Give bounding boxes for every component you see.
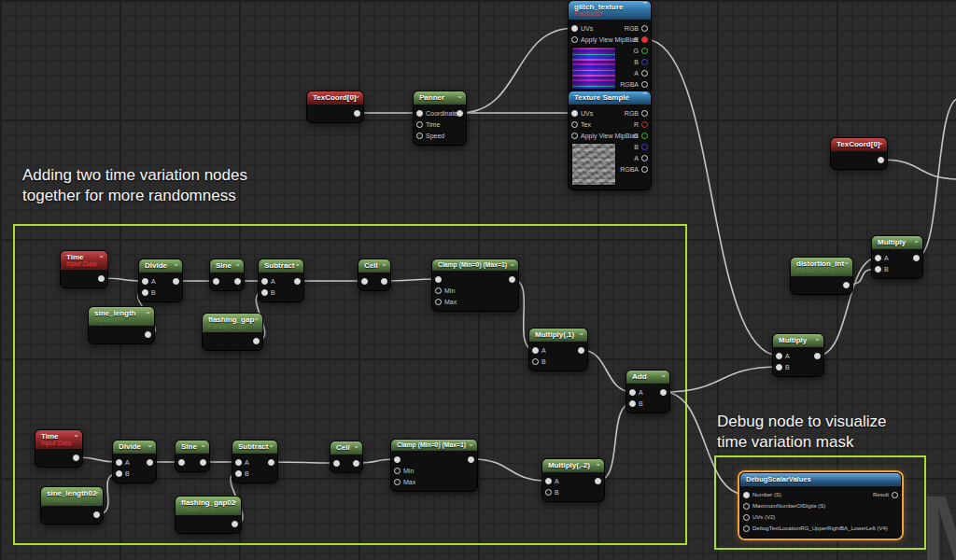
input-pin[interactable] xyxy=(571,110,578,117)
output-pin[interactable] xyxy=(878,157,884,163)
node-header[interactable]: Texture Sample⌃ xyxy=(569,91,651,105)
output-pin[interactable] xyxy=(892,492,898,498)
node-sine-1[interactable]: Sine⌄ xyxy=(209,259,245,291)
node-sine-length[interactable]: sine_lengthParam (7)⌄ xyxy=(88,306,155,344)
output-pin[interactable] xyxy=(509,276,515,283)
chevron-down-icon[interactable]: ⌄ xyxy=(353,441,359,450)
chevron-down-icon[interactable]: ⌄ xyxy=(578,329,584,337)
input-pin[interactable] xyxy=(875,266,881,273)
node-header[interactable]: Divide⌄ xyxy=(113,441,156,454)
node-header[interactable]: Multiply⌄ xyxy=(872,236,922,249)
node-multiply-2[interactable]: Multiply(,-2)⌄AB xyxy=(541,458,605,502)
node-debug[interactable]: DebugScalarValuesNumber (S)MaximumNumber… xyxy=(739,472,902,539)
node-clamp-1[interactable]: Clamp (Min=0) (Max=1)⌄MinMax xyxy=(431,259,519,312)
input-pin[interactable] xyxy=(545,478,552,484)
node-header[interactable]: Sine⌄ xyxy=(176,441,209,454)
input-pin[interactable] xyxy=(743,503,750,510)
node-header[interactable]: glitch_textureParam2D⌃ xyxy=(569,1,651,20)
input-pin[interactable] xyxy=(545,489,552,496)
node-sine-2[interactable]: Sine⌄ xyxy=(175,440,210,472)
input-pin[interactable] xyxy=(571,25,578,32)
input-pin[interactable] xyxy=(776,364,782,371)
node-header[interactable]: TexCoord[0]⌄ xyxy=(831,138,887,151)
node-multiply-tr[interactable]: Multiply⌄AB xyxy=(871,235,923,279)
node-texture-sample[interactable]: Texture Sample⌃UVsTexApply View MipBiasR… xyxy=(568,91,652,190)
input-pin[interactable] xyxy=(743,492,750,498)
output-pin[interactable] xyxy=(578,347,584,354)
output-pin[interactable] xyxy=(913,255,920,261)
chevron-down-icon[interactable]: ⌄ xyxy=(98,251,105,259)
chevron-down-icon[interactable]: ⌄ xyxy=(843,258,850,266)
output-pin[interactable] xyxy=(814,353,821,359)
output-pin[interactable] xyxy=(93,511,100,518)
node-subtract-1[interactable]: Subtract⌄AB xyxy=(258,259,304,302)
node-divide-2[interactable]: Divide⌄AB xyxy=(112,440,157,483)
input-pin[interactable] xyxy=(571,36,578,43)
input-pin[interactable] xyxy=(571,121,578,128)
node-header[interactable]: Ceil⌄ xyxy=(330,441,362,455)
output-pin[interactable] xyxy=(353,460,359,467)
node-divide-1[interactable]: Divide⌄AB xyxy=(138,259,183,302)
node-header[interactable]: Subtract⌄ xyxy=(232,441,277,454)
node-flashing-gap[interactable]: flashing_gapParam (0.95)⌄ xyxy=(202,313,263,351)
output-pin[interactable] xyxy=(457,110,463,117)
input-pin[interactable] xyxy=(261,278,268,285)
input-pin[interactable] xyxy=(333,460,340,467)
chevron-down-icon[interactable]: ⌄ xyxy=(595,459,601,468)
node-header[interactable]: sine_length02Param (3.5)⌄ xyxy=(41,487,103,506)
input-pin[interactable] xyxy=(116,470,122,477)
node-header[interactable]: Subtract⌄ xyxy=(259,259,303,273)
chevron-down-icon[interactable]: ⌄ xyxy=(660,371,667,379)
input-pin[interactable] xyxy=(394,456,401,463)
node-header[interactable]: flashing_gapParam (0.95)⌄ xyxy=(203,314,262,332)
chevron-down-icon[interactable]: ⌄ xyxy=(173,259,179,268)
node-header[interactable]: Ceil⌄ xyxy=(358,259,390,273)
input-pin[interactable] xyxy=(532,347,539,354)
output-pin[interactable] xyxy=(843,282,850,288)
chevron-down-icon[interactable]: ⌄ xyxy=(253,314,260,322)
output-pin[interactable] xyxy=(641,110,648,117)
node-clamp-2[interactable]: Clamp (Min=0) (Max=1)⌄MinMax xyxy=(390,439,478,492)
node-header[interactable]: Divide⌄ xyxy=(139,259,182,273)
input-pin[interactable] xyxy=(416,121,423,128)
chevron-down-icon[interactable]: ⌄ xyxy=(814,334,821,343)
node-multiply-1[interactable]: Multiply(,1)⌄AB xyxy=(528,328,588,371)
output-pin[interactable] xyxy=(173,278,179,285)
input-pin[interactable] xyxy=(361,278,368,285)
chevron-down-icon[interactable]: ⌄ xyxy=(145,307,151,315)
chevron-down-icon[interactable]: ⌄ xyxy=(232,497,238,505)
chevron-down-icon[interactable]: ⌄ xyxy=(73,430,79,439)
chevron-down-icon[interactable]: ⌄ xyxy=(234,259,241,268)
node-header[interactable]: TexCoord[0]⌄ xyxy=(307,91,363,105)
input-pin[interactable] xyxy=(213,278,219,285)
input-pin[interactable] xyxy=(394,468,401,474)
chevron-down-icon[interactable]: ⌄ xyxy=(509,259,515,268)
chevron-down-icon[interactable]: ⌄ xyxy=(354,91,360,100)
chevron-down-icon[interactable]: ⌄ xyxy=(200,441,206,449)
node-header[interactable]: flashing_gap02Param (0.3)⌄ xyxy=(176,497,241,515)
material-graph-canvas[interactable]: M Adding two time variation nodes togeth… xyxy=(0,0,956,560)
input-pin[interactable] xyxy=(178,459,185,466)
node-texcoord-l[interactable]: TexCoord[0]⌄ xyxy=(306,91,364,123)
input-pin[interactable] xyxy=(629,400,636,407)
node-header[interactable]: DebugScalarValues xyxy=(740,473,901,486)
output-pin[interactable] xyxy=(641,155,648,161)
output-pin[interactable] xyxy=(98,275,105,282)
output-pin[interactable] xyxy=(268,459,274,466)
output-pin[interactable] xyxy=(641,121,648,128)
collapse-icon[interactable]: ⌃ xyxy=(641,1,648,9)
node-header[interactable]: TimeInput Data⌄ xyxy=(61,251,107,270)
chevron-down-icon[interactable]: ⌄ xyxy=(294,259,301,268)
chevron-down-icon[interactable]: ⌄ xyxy=(381,259,387,268)
node-header[interactable]: sine_lengthParam (7)⌄ xyxy=(89,307,154,326)
output-pin[interactable] xyxy=(200,459,206,466)
node-header[interactable]: Panner⌄ xyxy=(414,91,466,105)
node-header[interactable]: Add⌄ xyxy=(626,371,669,384)
input-pin[interactable] xyxy=(116,459,122,466)
input-pin[interactable] xyxy=(435,299,442,305)
node-header[interactable]: Multiply(,-2)⌄ xyxy=(542,459,604,472)
output-pin[interactable] xyxy=(641,144,648,150)
node-add[interactable]: Add⌄AB xyxy=(626,370,670,413)
output-pin[interactable] xyxy=(468,456,474,463)
input-pin[interactable] xyxy=(142,289,148,296)
